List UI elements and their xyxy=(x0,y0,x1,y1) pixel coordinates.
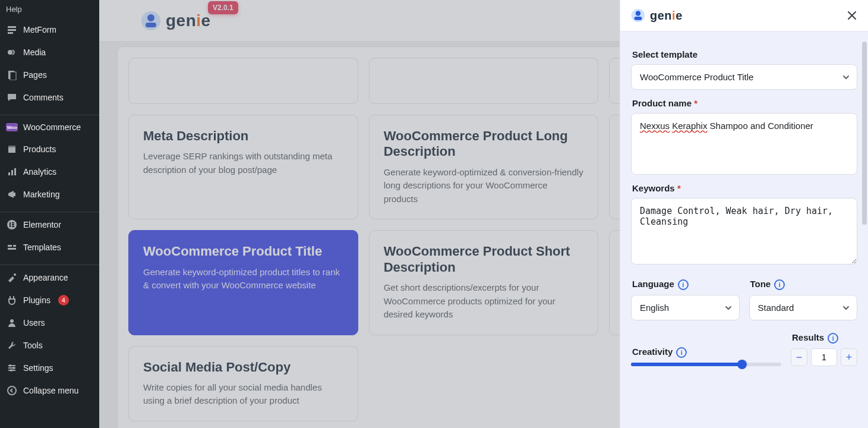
sidebar-item-label: Marketing xyxy=(23,190,59,199)
templates-icon xyxy=(6,242,18,253)
elementor-icon xyxy=(6,219,18,230)
sidebar-item-elementor[interactable]: Elementor xyxy=(0,212,99,236)
metform-icon xyxy=(6,24,18,35)
genie-side-panel: genie Select template WooCommerce Produc… xyxy=(620,0,868,428)
sidebar-item-users[interactable]: Users xyxy=(0,311,99,334)
info-icon[interactable]: i xyxy=(678,279,689,290)
decrement-button[interactable]: − xyxy=(791,348,807,366)
sidebar-item-metform[interactable]: MetForm xyxy=(0,18,99,41)
results-stepper: − + xyxy=(791,348,857,366)
sidebar-item-label: Pages xyxy=(23,70,47,80)
increment-button[interactable]: + xyxy=(841,348,857,366)
svg-rect-11 xyxy=(11,170,13,175)
svg-rect-16 xyxy=(12,222,14,224)
sidebar-item-label: Media xyxy=(23,48,46,57)
woo-icon: Woo xyxy=(6,123,18,131)
media-icon xyxy=(6,47,18,58)
svg-rect-12 xyxy=(14,168,16,175)
update-badge: 4 xyxy=(58,295,69,306)
sidebar-item-comments[interactable]: Comments xyxy=(0,86,99,109)
sidebar-item-label: Products xyxy=(23,144,56,154)
product-name-input[interactable]: Nexxus Keraphix Shampoo and Conditioner xyxy=(631,113,857,175)
sidebar-item-label: Comments xyxy=(23,93,64,102)
sidebar-item-marketing[interactable]: Marketing xyxy=(0,183,99,206)
marketing-icon xyxy=(6,189,18,200)
sidebar-item-label: MetForm xyxy=(23,25,56,34)
sidebar-item-plugins[interactable]: Plugins4 xyxy=(0,289,99,311)
sidebar-item-label: Analytics xyxy=(23,167,56,177)
wp-admin-sidebar: Help MetFormMediaPagesCommentsWooWooComm… xyxy=(0,0,99,428)
panel-brand: genie xyxy=(631,8,683,23)
svg-rect-33 xyxy=(635,17,642,20)
sidebar-item-label: Elementor xyxy=(23,220,61,229)
results-label: Resultsi xyxy=(792,332,856,344)
sidebar-item-woocommerce[interactable]: WooWooCommerce xyxy=(0,115,99,138)
product-name-label: Product name * xyxy=(632,98,856,108)
keywords-input[interactable] xyxy=(631,198,857,265)
sidebar-item-label: Appearance xyxy=(23,273,68,282)
svg-rect-2 xyxy=(8,32,13,34)
product-name-rest: Shampoo and Conditioner xyxy=(707,121,813,131)
sidebar-item-label: Tools xyxy=(23,341,43,350)
close-icon[interactable] xyxy=(847,10,857,21)
help-link[interactable]: Help xyxy=(0,0,99,18)
sidebar-item-label: Users xyxy=(23,318,45,328)
svg-point-25 xyxy=(12,367,15,369)
slider-knob[interactable] xyxy=(737,360,747,369)
sidebar-item-settings[interactable]: Settings xyxy=(0,357,99,379)
svg-rect-8 xyxy=(8,147,15,153)
svg-rect-18 xyxy=(12,226,14,227)
sidebar-item-label: Templates xyxy=(23,243,61,252)
collapse-icon xyxy=(6,385,18,396)
sidebar-item-appearance[interactable]: Appearance xyxy=(0,265,99,289)
sidebar-item-analytics[interactable]: Analytics xyxy=(0,160,99,183)
info-icon[interactable]: i xyxy=(828,333,838,344)
svg-point-3 xyxy=(8,50,12,55)
sidebar-item-products[interactable]: Products xyxy=(0,138,99,160)
svg-rect-17 xyxy=(12,224,14,225)
spellcheck-word-1: Nexxus xyxy=(640,121,670,131)
panel-body: Select template WooCommerce Product Titl… xyxy=(620,32,868,428)
svg-point-20 xyxy=(10,319,14,323)
users-icon xyxy=(6,317,18,328)
sidebar-item-templates[interactable]: Templates xyxy=(0,236,99,259)
svg-rect-1 xyxy=(8,29,16,31)
creativity-label: Creativityi xyxy=(632,347,780,358)
svg-text:Woo: Woo xyxy=(7,125,17,130)
appearance-icon xyxy=(6,272,18,283)
svg-point-26 xyxy=(10,369,12,372)
tone-select[interactable]: Standard xyxy=(749,295,858,320)
info-icon[interactable]: i xyxy=(676,347,687,358)
genie-avatar-icon xyxy=(631,8,645,23)
svg-point-19 xyxy=(14,273,16,276)
svg-rect-0 xyxy=(8,26,16,28)
comments-icon xyxy=(6,92,18,103)
panel-header: genie xyxy=(620,0,868,32)
svg-rect-9 xyxy=(8,146,15,147)
sidebar-item-collapse-menu[interactable]: Collapse menu xyxy=(0,379,99,402)
scrollbar-thumb[interactable] xyxy=(862,42,867,225)
svg-point-24 xyxy=(9,364,11,367)
sidebar-item-pages[interactable]: Pages xyxy=(0,64,99,86)
plugins-icon xyxy=(6,295,18,306)
panel-brand-text: genie xyxy=(650,9,683,23)
language-select[interactable]: English xyxy=(631,295,740,320)
sidebar-item-tools[interactable]: Tools xyxy=(0,334,99,357)
creativity-slider[interactable] xyxy=(631,363,781,366)
sidebar-item-label: Plugins xyxy=(23,295,50,305)
sidebar-item-label: Settings xyxy=(23,363,53,373)
language-label: Languagei xyxy=(632,279,738,290)
sidebar-item-media[interactable]: Media xyxy=(0,41,99,64)
svg-point-27 xyxy=(8,386,16,395)
svg-rect-15 xyxy=(10,222,11,227)
svg-rect-5 xyxy=(10,72,16,80)
svg-point-32 xyxy=(636,11,640,15)
svg-rect-10 xyxy=(8,172,10,175)
results-input[interactable] xyxy=(811,348,837,366)
info-icon[interactable]: i xyxy=(774,279,785,290)
template-select[interactable]: WooCommerce Product Title xyxy=(631,64,857,90)
keywords-label: Keywords * xyxy=(632,183,856,193)
tools-icon xyxy=(6,340,18,351)
spellcheck-word-2: Keraphix xyxy=(672,121,707,131)
panel-scrollbar[interactable] xyxy=(862,42,867,423)
